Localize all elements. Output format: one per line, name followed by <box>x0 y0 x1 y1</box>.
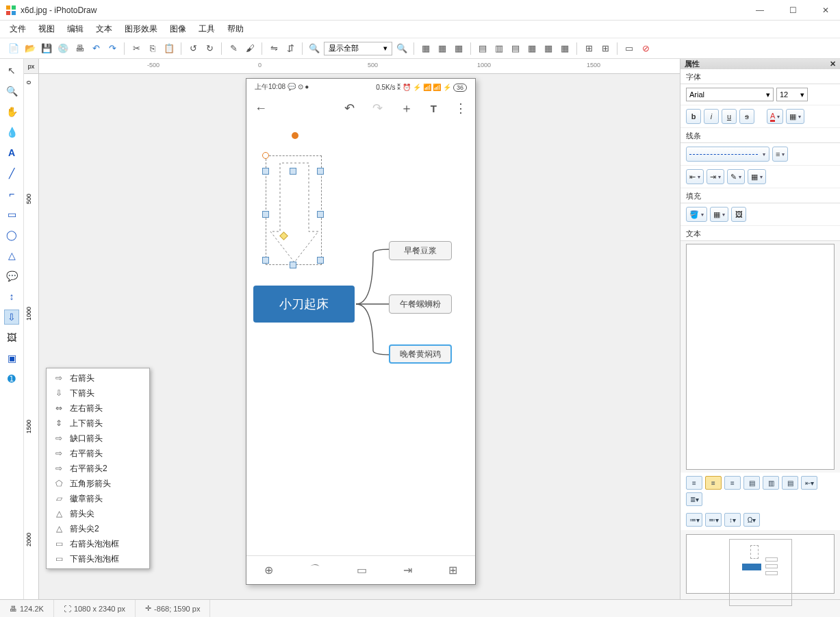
pb-collapse-icon[interactable]: ⇥ <box>403 564 412 577</box>
add-phone-icon[interactable]: ＋ <box>400 100 413 116</box>
open-icon[interactable]: 📂 <box>23 42 37 55</box>
text-content-area[interactable] <box>686 244 835 470</box>
zoom-combo[interactable]: 显示全部▾ <box>324 42 392 55</box>
dimension-tool[interactable]: ↕ <box>4 289 19 304</box>
align-1-icon[interactable]: ▦ <box>419 42 433 55</box>
ellipse-tool[interactable]: ◯ <box>4 227 19 242</box>
handle-n[interactable] <box>290 168 296 175</box>
layer-icon[interactable]: ▭ <box>622 42 636 55</box>
underline-button[interactable]: u <box>722 109 737 124</box>
italic-button[interactable]: i <box>704 109 719 124</box>
new-icon[interactable]: 📄 <box>7 42 21 55</box>
pb-rect-icon[interactable]: ▭ <box>357 564 367 577</box>
rotate-handle[interactable] <box>262 152 269 159</box>
zoom-tool[interactable]: 🔍 <box>4 84 19 99</box>
line-spacing[interactable]: ↕▾ <box>724 513 741 527</box>
zoom-icon[interactable]: 🔍 <box>307 42 321 55</box>
handle-ne[interactable] <box>317 168 324 175</box>
al-left-icon[interactable]: ▤ <box>476 42 489 55</box>
rect-tool[interactable]: ▭ <box>4 207 19 222</box>
list-bullets[interactable]: ≔▾ <box>686 513 702 527</box>
al-mid-icon[interactable]: ▦ <box>542 42 555 55</box>
eyedropper-tool[interactable]: 💧 <box>4 125 19 140</box>
font-bg-button[interactable]: ▦▾ <box>786 109 804 124</box>
line-weight-button[interactable]: ≡▾ <box>772 147 788 162</box>
menu-notch-arrow[interactable]: ⇨缺口箭头 <box>47 431 149 446</box>
valign-bot[interactable]: ▤ <box>782 476 798 490</box>
al-center-icon[interactable]: ▥ <box>492 42 506 55</box>
symbol-button[interactable]: Ω▾ <box>743 513 760 527</box>
fill-image-button[interactable]: 🖼 <box>731 207 746 222</box>
menu-right-arrow[interactable]: ⇨右箭头 <box>47 370 149 386</box>
navigator[interactable] <box>686 534 835 594</box>
menu-tools[interactable]: 工具 <box>199 23 215 35</box>
al-top-icon[interactable]: ▦ <box>525 42 539 55</box>
mindmap-sub1[interactable]: 早餐豆浆 <box>389 241 452 260</box>
menu-help[interactable]: 帮助 <box>227 23 244 35</box>
list-numbers[interactable]: ≕▾ <box>705 513 722 527</box>
menu-tip[interactable]: △箭头尖 <box>47 506 149 521</box>
menu-bubble-right[interactable]: ▭右箭头泡泡框 <box>47 536 149 551</box>
menu-leftright-arrow[interactable]: ⇔左右箭头 <box>47 401 149 416</box>
arrow-shape-tool[interactable]: ⇩ <box>4 310 19 325</box>
al-right-icon[interactable]: ▤ <box>509 42 522 55</box>
save-icon[interactable]: 💾 <box>40 42 53 55</box>
line-color-button[interactable]: ✎▾ <box>727 169 745 184</box>
grid2-icon[interactable]: ⊞ <box>598 42 612 55</box>
maximize-button[interactable]: ☐ <box>784 3 802 18</box>
back-icon[interactable]: ← <box>255 101 267 116</box>
arrow-end-button[interactable]: ⇥▾ <box>707 169 724 184</box>
handle-sw[interactable] <box>262 257 269 264</box>
mindmap-sub2[interactable]: 午餐螺蛳粉 <box>389 294 452 314</box>
flip-h-icon[interactable]: ⇋ <box>267 42 281 55</box>
align-2-icon[interactable]: ▦ <box>435 42 449 55</box>
menu-flat-arrow[interactable]: ⇨右平箭头 <box>47 446 149 461</box>
menu-badge-arrow[interactable]: ▱徽章箭头 <box>47 491 149 506</box>
minimize-button[interactable]: — <box>751 3 769 18</box>
format-phone-icon[interactable]: T <box>431 101 437 116</box>
halign-left[interactable]: ≡ <box>686 476 702 490</box>
menu-text[interactable]: 文本 <box>96 23 112 35</box>
handle-s[interactable] <box>290 262 296 268</box>
menu-down-arrow[interactable]: ⇩下箭头 <box>47 386 149 401</box>
menu-view[interactable]: 视图 <box>38 23 55 35</box>
cut-icon[interactable]: ✂ <box>129 42 143 55</box>
line-tool[interactable]: ╱ <box>4 166 19 181</box>
mindmap-main-node[interactable]: 小刀起床 <box>253 286 355 323</box>
font-size-combo[interactable]: 12▾ <box>776 88 808 101</box>
menu-pentagon-arrow[interactable]: ⬠五角形箭头 <box>47 476 149 491</box>
fill-pattern-button[interactable]: ▦▾ <box>710 207 728 222</box>
line-style-combo[interactable]: ▾ <box>686 147 769 162</box>
handle-e[interactable] <box>317 211 324 218</box>
handle-se[interactable] <box>317 257 324 264</box>
text-tool[interactable]: A <box>4 145 19 160</box>
paste-icon[interactable]: 📋 <box>162 42 176 55</box>
menu-image[interactable]: 图像 <box>170 23 186 35</box>
font-color-button[interactable]: A▾ <box>767 109 783 124</box>
copy-icon[interactable]: ⎘ <box>146 42 160 55</box>
undo-icon[interactable]: ↶ <box>89 42 103 55</box>
more-phone-icon[interactable]: ⋮ <box>455 101 467 116</box>
menu-effects[interactable]: 图形效果 <box>125 23 157 35</box>
image-tool[interactable]: 🖼 <box>4 330 19 345</box>
undo-phone-icon[interactable]: ↶ <box>344 101 355 116</box>
crop-tool[interactable]: ▣ <box>4 351 19 366</box>
line-grid-button[interactable]: ▦▾ <box>748 169 766 184</box>
edit-icon[interactable]: ✎ <box>227 42 240 55</box>
hand-tool[interactable]: ✋ <box>4 104 19 119</box>
menu-bubble-down[interactable]: ▭下箭头泡泡框 <box>47 551 149 566</box>
menu-flat-arrow2[interactable]: ⇨右平箭头2 <box>47 461 149 476</box>
close-button[interactable]: ✕ <box>817 3 835 18</box>
menu-tip2[interactable]: △箭头尖2 <box>47 521 149 536</box>
export-icon[interactable]: 💿 <box>56 42 70 55</box>
handle-w[interactable] <box>262 211 269 218</box>
A pb-plus-icon[interactable]: ⊞ <box>448 564 457 577</box>
redo-phone-icon[interactable]: ↷ <box>372 101 383 116</box>
menu-edit[interactable]: 编辑 <box>67 23 84 35</box>
pb-pin-icon[interactable]: ⌒ <box>309 563 320 577</box>
triangle-tool[interactable]: △ <box>4 248 19 263</box>
handle-nw[interactable] <box>262 168 269 175</box>
indent-dec[interactable]: ⇤▾ <box>801 476 817 490</box>
number-tool[interactable]: ➊ <box>4 371 19 386</box>
arrow-start-button[interactable]: ⇤▾ <box>686 169 704 184</box>
